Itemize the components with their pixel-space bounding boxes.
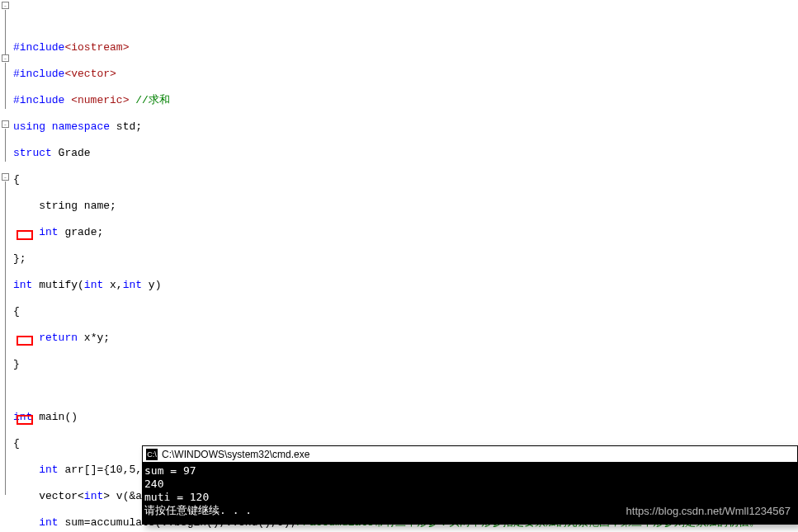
fold-line <box>5 181 6 495</box>
fold-icon[interactable]: - <box>2 2 9 9</box>
code-line[interactable]: #include<vector> <box>13 68 798 81</box>
code-line[interactable]: } <box>13 358 798 371</box>
console-line: muti = 120 <box>144 491 796 504</box>
cmd-icon: C:\ <box>146 449 158 460</box>
fold-icon[interactable]: - <box>2 54 9 62</box>
console-line: 240 <box>144 478 796 491</box>
code-line[interactable]: string name; <box>13 200 798 213</box>
console-title-text: C:\WINDOWS\system32\cmd.exe <box>162 446 309 463</box>
code-line[interactable]: struct Grade <box>13 147 798 160</box>
code-line[interactable] <box>13 384 798 398</box>
highlight-box <box>17 336 33 346</box>
fold-gutter: - - - - <box>0 0 12 532</box>
code-line[interactable]: { <box>13 173 798 186</box>
fold-line <box>5 63 6 109</box>
code-line[interactable]: #include <numeric> //求和 <box>13 94 798 107</box>
console-line: sum = 97 <box>144 464 796 478</box>
fold-line <box>5 10 6 56</box>
fold-icon[interactable]: - <box>2 120 9 128</box>
fold-line <box>5 129 6 162</box>
code-line[interactable]: return x*y; <box>13 332 798 345</box>
watermark-text: https://blog.csdn.net/Wmll1234567 <box>626 505 791 517</box>
highlight-box <box>17 415 33 425</box>
fold-icon[interactable]: - <box>2 173 9 181</box>
code-line[interactable]: }; <box>13 252 798 266</box>
code-line[interactable]: int mutify(int x,int y) <box>13 279 798 292</box>
console-titlebar[interactable]: C:\ C:\WINDOWS\system32\cmd.exe <box>143 446 797 463</box>
code-line[interactable]: #include<iostream> <box>13 41 798 54</box>
code-line[interactable]: int grade; <box>13 226 798 239</box>
code-line[interactable]: int main() <box>13 411 798 424</box>
code-line[interactable]: using namespace std; <box>13 120 798 134</box>
code-line[interactable]: { <box>13 305 798 318</box>
console-window[interactable]: C:\ C:\WINDOWS\system32\cmd.exe sum = 97… <box>142 445 798 525</box>
highlight-box <box>17 230 33 240</box>
